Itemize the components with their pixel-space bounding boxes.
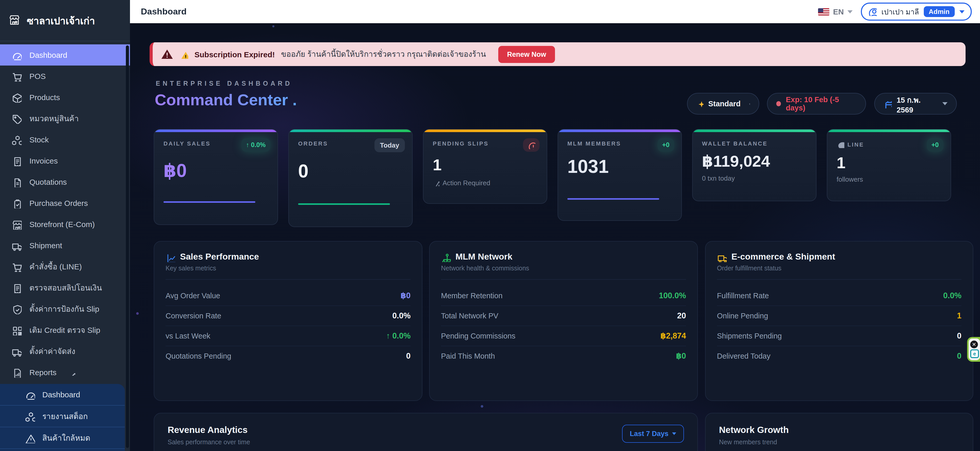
card-accent-bar [154,129,277,132]
sidebar-item-purchase-orders[interactable]: Purchase Orders [0,193,130,214]
sidebar-scrollbar[interactable] [126,45,129,448]
submenu-item-label: รายงานสต็อก [42,410,88,422]
metric-row: Conversion Rate 0.0% [165,306,410,326]
stat-value: 1 [827,154,951,172]
sidebar-item-products[interactable]: Products [0,87,130,108]
stat-card-mlm-members[interactable]: MLM MEMBERS +0 1031 [558,129,682,221]
stat-underline [567,198,659,200]
sidebar-item-line-orders[interactable]: คำสั่งซื้อ (LINE) [0,256,130,277]
metric-row: Shipments Pending 0 [717,326,961,346]
sidebar-item-invoices[interactable]: Invoices [0,150,130,171]
stat-card-orders[interactable]: ORDERS Today 0 [288,129,413,227]
sidebar-item-label: Purchase Orders [29,199,88,207]
stat-card-wallet-balance[interactable]: WALLET BALANCE ฿119,024 0 txn today [692,129,816,201]
subscription-alert: Subscription Expired! ขออภัย ร้านค้านี้ป… [150,42,966,66]
stat-label: ORDERS [298,140,328,147]
gauge-icon [25,389,35,400]
divider [165,279,410,280]
sidebar-item-label: Reports [29,368,56,377]
hero-eyebrow: ENTERPRISE DASHBOARD [156,80,292,87]
plan-pill[interactable]: Standard [687,93,759,115]
metric-value: 1 [957,311,961,320]
sidebar-item-slip-verify[interactable]: ตรวจสอบสลิปโอนเงิน [0,277,130,298]
date-range-dropdown[interactable]: Last 7 Days [622,425,684,443]
decor-dot [272,25,274,27]
sidebar-item-shipment[interactable]: Shipment [0,235,130,256]
cart-icon [11,261,22,272]
metric-value: 0 [957,351,961,361]
panel-subtitle: Key sales metrics [165,265,410,272]
warning-icon [25,433,35,443]
date-picker-pill[interactable]: 15 ก.พ. 2569 [874,93,957,115]
sidebar-item-label: ตั้งค่าค่าจัดส่ง [29,345,75,357]
submenu-item-stock-report[interactable]: รายงานสต็อก [0,406,125,427]
sidebar-item-label: Products [29,93,60,102]
stat-card-pending-slips[interactable]: PENDING SLIPS 1 Action Required [423,129,547,204]
sidebar-item-shipping-settings[interactable]: ตั้งค่าค่าจัดส่ง [0,341,130,362]
warning-emoji-icon [180,50,188,59]
expiry-pill[interactable]: Exp: 10 Feb (-5 days) [767,93,866,115]
sidebar-item-label: Invoices [29,156,58,165]
metric-value: ฿0 [401,291,410,300]
box-icon [11,92,22,102]
line-chart-icon [165,252,175,262]
truck-icon [11,346,22,356]
cubes-icon [25,411,35,421]
sidebar-item-label: Storefront (E-Com) [29,220,95,229]
sidebar-item-pos[interactable]: POS [0,65,130,87]
submenu-item-low-stock[interactable]: สินค้าใกล้หมด [0,427,125,449]
user-name: เปาเปา มาลี [881,6,919,17]
user-menu[interactable]: เปาเปา มาลี Admin [861,3,972,21]
close-icon[interactable]: ✕ [970,341,978,348]
trend-badge: ↑ 0.0% [242,138,270,152]
renew-now-button[interactable]: Renew Now [498,46,555,63]
trend-badge: +0 [657,138,674,152]
metric-value: 0.0% [943,291,961,300]
exclamation-circle-icon [527,141,535,149]
panel-subtitle: New members trend [719,438,789,446]
panel-title: E-commerce & Shipment [732,252,835,262]
alert-title: Subscription Expired! [194,50,275,59]
sidebar-item-dashboard[interactable]: Dashboard [0,45,130,65]
sidebar-item-storefront[interactable]: Storefront (E-Com) [0,214,130,235]
sidebar-item-label: ตั้งค่าการป้องกัน Slip [29,303,99,315]
tag-icon [11,113,22,124]
panel-subtitle: Sales performance over time [168,438,250,446]
stat-label: LINE [837,140,864,148]
metric-value: 20 [677,311,686,320]
card-accent-bar [827,129,951,132]
stat-card-line[interactable]: LINE +0 1 followers [827,129,951,201]
metric-row: Total Network PV 20 [441,306,686,326]
language-selector[interactable]: EN [818,7,853,16]
floating-extension-widget[interactable]: ✕ e [967,337,980,362]
metric-value: 100.0% [659,291,686,300]
sidebar-item-slip-protection[interactable]: ตั้งค่าการป้องกัน Slip [0,298,130,319]
metric-value: 0.0% [392,311,410,320]
chevron-down-icon [942,102,948,105]
sidebar-item-label: หมวดหมู่สินค้า [29,112,79,124]
sidebar-item-reports[interactable]: Reports [0,362,130,383]
receipt-icon [11,282,22,293]
metric-row: Quotations Pending 0 [165,346,410,366]
sidebar-item-categories[interactable]: หมวดหมู่สินค้า [0,108,130,129]
stat-card-daily-sales[interactable]: DAILY SALES ↑ 0.0% ฿0 [154,129,278,225]
stat-underline [164,201,255,203]
alert-badge [523,138,539,152]
submenu-item-sales-report[interactable]: รายงานยอดขาย [0,449,125,451]
alert-message: ขออภัย ร้านค้านี้ปิดให้บริการชั่วคราว กร… [281,48,486,61]
decor-dot [136,312,139,315]
sidebar-item-stock[interactable]: Stock [0,129,130,150]
divider [717,279,961,280]
sidebar-item-credit-topup[interactable]: เติม Credit ตรวจ Slip [0,319,130,341]
sidebar-item-quotations[interactable]: Quotations [0,171,130,193]
panel-ecommerce-shipment: E-commerce & Shipment Order fulfillment … [705,241,973,401]
submenu-item-dashboard[interactable]: Dashboard [0,384,125,406]
panel-subtitle: Network health & commissions [441,265,686,272]
truck-icon [717,252,727,262]
role-badge: Admin [924,6,955,17]
sidebar-item-label: ตรวจสอบสลิปโอนเงิน [29,282,102,294]
chevron-right-icon [745,101,750,107]
clipboard-icon [11,198,22,208]
panel-revenue-analytics: Revenue Analytics Sales performance over… [154,413,698,451]
date-label: 15 ก.พ. 2569 [897,94,938,114]
